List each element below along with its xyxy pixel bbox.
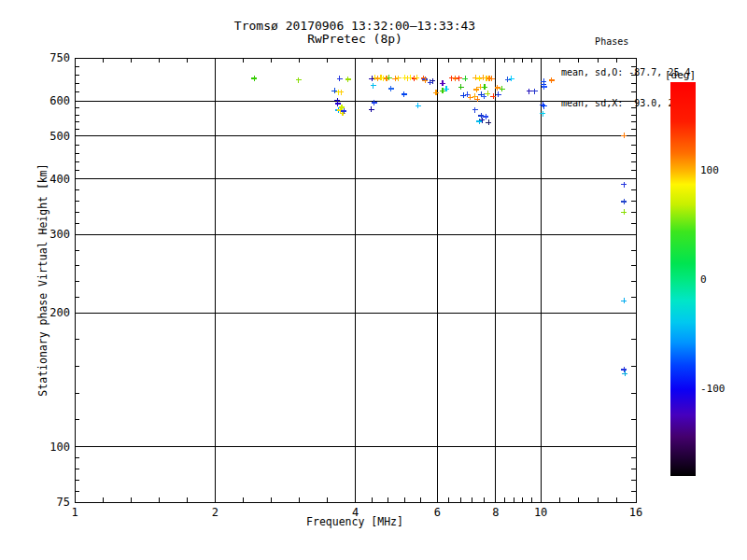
scatter-point: [472, 107, 478, 113]
phase-colorbar: [670, 82, 696, 476]
scatter-point: [335, 101, 341, 106]
scatter-point: [387, 75, 392, 80]
y-tick-label: 100: [49, 441, 70, 454]
x-tick-label: 6: [434, 506, 441, 519]
scatter-point: [440, 80, 445, 86]
scatter-point: [468, 94, 473, 100]
scatter-point: [621, 298, 627, 303]
scatter-point: [337, 76, 343, 81]
scatter-point: [500, 86, 505, 91]
scatter-point: [369, 76, 374, 81]
scatter-point: [486, 119, 491, 125]
scatter-point: [549, 77, 555, 83]
scatter-point: [621, 199, 627, 204]
scatter-point: [496, 91, 501, 97]
scatter-point: [479, 118, 485, 123]
y-tick-label: 75: [57, 496, 70, 509]
scatter-point: [458, 84, 464, 90]
scatter-point: [338, 90, 344, 95]
x-tick-label: 2: [212, 506, 218, 519]
x-tick-label: 16: [629, 506, 642, 519]
scatter-point: [414, 75, 419, 80]
scatter-point: [465, 91, 471, 97]
y-tick-label: 300: [49, 228, 70, 241]
scatter-point: [542, 104, 547, 109]
x-tick-label: 10: [534, 506, 547, 519]
scatter-point: [345, 77, 351, 82]
y-tick-label: 500: [49, 130, 70, 143]
scatter-point: [462, 76, 468, 81]
colorbar-tick-label: -100: [700, 383, 726, 395]
scatter-point: [371, 83, 376, 89]
scatter-point: [433, 90, 439, 95]
x-tick-label: 1: [71, 506, 78, 519]
scatter-point: [473, 87, 479, 92]
y-tick-label: 200: [49, 306, 70, 319]
scatter-point: [509, 76, 514, 81]
scatter-point: [388, 86, 394, 91]
scatter-point: [476, 119, 482, 124]
data-points: [251, 75, 627, 376]
scatter-point: [621, 209, 627, 215]
scatter-point: [478, 113, 484, 119]
x-axis-label: Frequency [MHz]: [306, 515, 403, 528]
scatter-point: [457, 76, 462, 81]
plot-canvas: 12468101675100200300400500600750: [0, 0, 747, 560]
scatter-point: [483, 114, 488, 119]
y-tick-label: 750: [49, 51, 70, 64]
scatter-point: [482, 84, 487, 90]
scatter-point: [460, 92, 466, 98]
scatter-point: [296, 77, 302, 83]
scatter-point: [621, 182, 627, 188]
scatter-point: [485, 91, 490, 96]
y-tick-label: 600: [49, 94, 70, 107]
scatter-point: [621, 367, 627, 372]
y-axis-label: Stationary phase Virtual Height [km]: [36, 163, 49, 396]
scatter-point: [532, 89, 538, 94]
gridlines: [75, 58, 636, 502]
scatter-point: [251, 76, 257, 81]
colorbar-tick-label: 0: [700, 273, 707, 286]
colorbar-unit-label: [deg]: [665, 69, 696, 81]
scatter-point: [505, 77, 511, 82]
ionogram-page: Tromsø 20170906 13:32:00–13:33:43 RwPret…: [0, 0, 747, 560]
scatter-point: [472, 93, 478, 99]
scatter-point: [416, 103, 421, 108]
scatter-point: [369, 106, 374, 112]
scatter-point: [622, 371, 627, 376]
colorbar-tick-label: 100: [700, 164, 719, 176]
scatter-point: [331, 88, 337, 93]
scatter-point: [527, 89, 532, 94]
y-tick-label: 400: [49, 173, 70, 186]
tick-labels: 12468101675100200300400500600750: [49, 51, 642, 519]
scatter-point: [621, 133, 627, 138]
scatter-point: [402, 91, 407, 97]
x-tick-label: 8: [492, 506, 499, 519]
scatter-point: [396, 76, 402, 81]
